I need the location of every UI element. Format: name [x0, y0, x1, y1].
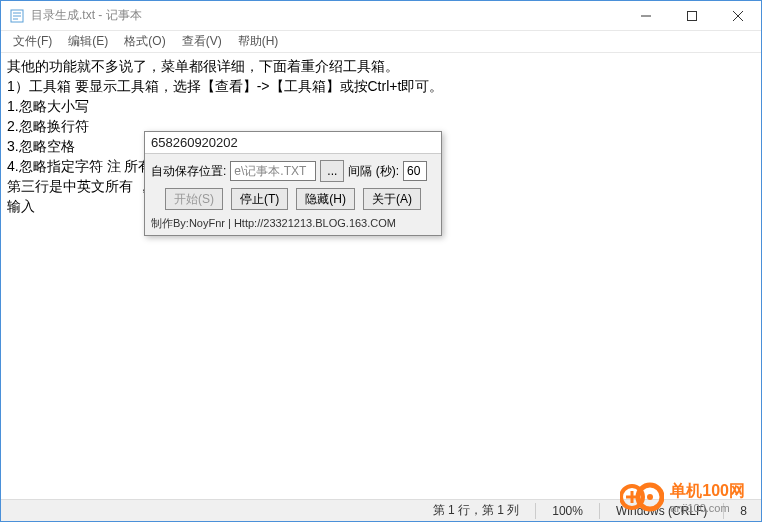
menubar: 文件(F) 编辑(E) 格式(O) 查看(V) 帮助(H) — [1, 31, 761, 53]
interval-input[interactable] — [403, 161, 427, 181]
browse-button[interactable]: ... — [320, 160, 344, 182]
window-title: 目录生成.txt - 记事本 — [31, 7, 142, 24]
menu-file[interactable]: 文件(F) — [5, 31, 60, 52]
watermark-logo-icon — [620, 475, 664, 519]
content-line: 1）工具箱 要显示工具箱，选择【查看】->【工具箱】或按Ctrl+t即可。 — [7, 76, 755, 96]
svg-rect-5 — [688, 11, 697, 20]
menu-edit[interactable]: 编辑(E) — [60, 31, 116, 52]
autosave-dialog: 658260920202 自动保存位置: ... 间隔 (秒): 开始(S) 停… — [144, 131, 442, 236]
notepad-icon — [9, 8, 25, 24]
hide-button[interactable]: 隐藏(H) — [296, 188, 355, 210]
watermark: 单机100网 anji100.com — [620, 475, 745, 519]
menu-view[interactable]: 查看(V) — [174, 31, 230, 52]
interval-label: 间隔 (秒): — [348, 163, 399, 180]
dialog-footer: 制作By:NoyFnr | Http://23321213.BLOG.163.C… — [151, 214, 435, 231]
titlebar: 目录生成.txt - 记事本 — [1, 1, 761, 31]
svg-point-9 — [647, 494, 653, 500]
save-path-input[interactable] — [230, 161, 316, 181]
content-line: 1.忽略大小写 — [7, 96, 755, 116]
minimize-button[interactable] — [623, 1, 669, 31]
watermark-url: anji100.com — [670, 502, 745, 514]
content-line: 其他的功能就不多说了，菜单都很详细，下面着重介绍工具箱。 — [7, 56, 755, 76]
stop-button[interactable]: 停止(T) — [231, 188, 288, 210]
status-position: 第 1 行，第 1 列 — [419, 502, 534, 519]
window-controls — [623, 1, 761, 31]
maximize-button[interactable] — [669, 1, 715, 31]
about-button[interactable]: 关于(A) — [363, 188, 421, 210]
close-button[interactable] — [715, 1, 761, 31]
save-location-label: 自动保存位置: — [151, 163, 226, 180]
status-zoom: 100% — [538, 504, 597, 518]
menu-help[interactable]: 帮助(H) — [230, 31, 287, 52]
watermark-text: 单机100网 — [670, 481, 745, 502]
menu-format[interactable]: 格式(O) — [116, 31, 173, 52]
text-area[interactable]: 其他的功能就不多说了，菜单都很详细，下面着重介绍工具箱。 1）工具箱 要显示工具… — [1, 53, 761, 499]
dialog-title[interactable]: 658260920202 — [145, 132, 441, 154]
start-button[interactable]: 开始(S) — [165, 188, 223, 210]
